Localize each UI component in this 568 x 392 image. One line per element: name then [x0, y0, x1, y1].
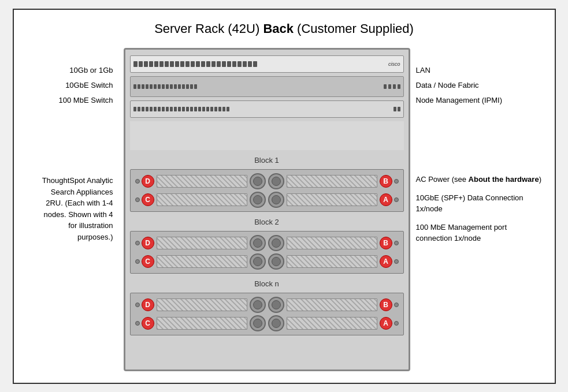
node-c-n: C [142, 317, 154, 330]
left-label-appliance: ThoughtSpot Analytic Search Appliances 2… [25, 175, 118, 242]
node-b-2: B [380, 237, 392, 249]
server-rack: cisco [124, 48, 410, 371]
block-2-row-1: D B [133, 234, 401, 252]
node-c-2: C [142, 255, 154, 268]
node-c-1: C [142, 193, 154, 206]
node-a-n: A [380, 317, 392, 330]
left-label-10gb: 10Gb or 1Gb [25, 65, 118, 76]
right-label-ipmi: Node Management (IPMI) [416, 95, 543, 106]
block-n-row-2: C A [133, 314, 401, 333]
node-a-2: A [380, 255, 392, 268]
block-n-server: D B C [130, 293, 404, 335]
diagram-container: Server Rack (42U) Back (Customer Supplie… [13, 9, 556, 384]
right-label-10gbe-conn: 10GbE (SPF+) Data Connection 1x/node [416, 192, 543, 215]
block-2-server: D B C [130, 231, 404, 274]
left-label-100mbe: 100 MbE Switch [25, 95, 118, 106]
blank-rack-space [130, 121, 404, 150]
block-1-label: Block 1 [254, 156, 279, 165]
lan-switch-ports [133, 61, 257, 67]
right-label-ac-power: AC Power (see About the hardware) [416, 174, 543, 185]
100mbe-switch [130, 100, 404, 118]
block-n-row-1: D B [133, 296, 401, 314]
block-1-row-2: C A [133, 191, 401, 209]
node-d-1: D [142, 175, 154, 188]
node-b-n: B [380, 298, 392, 311]
node-a-1: A [380, 193, 392, 206]
node-b-1: B [380, 175, 392, 188]
main-layout: 10Gb or 1Gb 10GbE Switch 100 MbE Switch … [25, 48, 543, 371]
block-2-row-2: C A [133, 252, 401, 271]
block-n-label: Block n [254, 279, 279, 288]
left-label-10gbe: 10GbE Switch [25, 80, 118, 91]
left-labels: 10Gb or 1Gb 10GbE Switch 100 MbE Switch … [25, 48, 118, 243]
block-1-server: D B C [130, 169, 404, 212]
right-label-100mbe-conn: 100 MbE Management port connection 1x/no… [416, 222, 543, 244]
lan-switch: cisco [130, 55, 404, 73]
block-1-row-1: D B [133, 172, 401, 191]
node-d-n: D [142, 298, 154, 311]
block-2-label: Block 2 [254, 218, 279, 226]
right-label-lan: LAN [416, 65, 543, 76]
page-title: Server Rack (42U) Back (Customer Supplie… [25, 21, 543, 36]
10gbe-switch-ports [133, 84, 197, 89]
10gbe-switch [130, 76, 404, 97]
100mbe-switch-ports [133, 107, 229, 111]
right-labels: LAN Data / Node Fabric Node Management (… [416, 48, 543, 244]
node-d-2: D [142, 237, 154, 249]
right-label-data: Data / Node Fabric [416, 80, 543, 91]
